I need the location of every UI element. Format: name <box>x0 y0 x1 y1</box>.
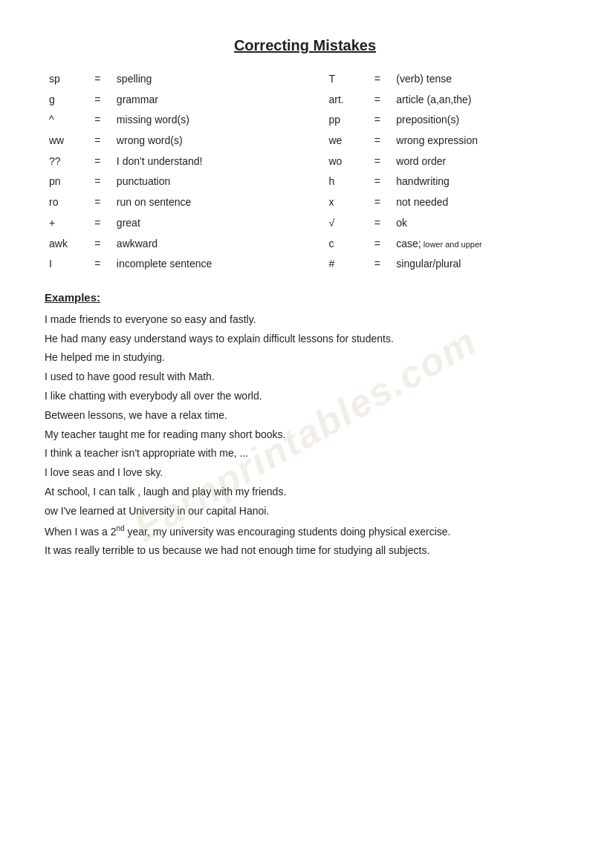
right-code: # <box>324 254 363 275</box>
right-code: h <box>324 172 363 192</box>
left-code: ^ <box>45 110 83 131</box>
left-eq: = <box>83 192 112 213</box>
right-code: art. <box>324 90 363 111</box>
left-def: spelling <box>112 69 286 90</box>
left-def: run on sentence <box>112 192 286 213</box>
left-eq: = <box>83 69 112 90</box>
spacer <box>286 69 325 90</box>
right-def: word order <box>392 151 565 172</box>
left-def: incomplete sentence <box>112 254 286 275</box>
spacer <box>286 192 325 213</box>
left-code: pn <box>45 172 83 192</box>
right-def: ok <box>392 213 565 234</box>
right-def: article (a,an,the) <box>392 90 565 111</box>
spacer <box>286 110 325 131</box>
right-code: T <box>324 69 363 90</box>
left-def: I don't understand! <box>112 151 286 172</box>
left-eq: = <box>83 110 112 131</box>
left-code: awk <box>45 234 83 255</box>
left-def: missing word(s) <box>112 110 286 131</box>
right-eq: = <box>363 254 392 275</box>
example-item: Between lessons, we have a relax time. <box>45 407 565 425</box>
example-item: At school, I can talk , laugh and play w… <box>45 483 565 501</box>
left-def: wrong word(s) <box>112 131 286 151</box>
example-item: My teacher taught me for reading many sh… <box>45 426 565 444</box>
spacer <box>286 131 325 151</box>
left-eq: = <box>83 131 112 151</box>
left-code: ?? <box>45 151 83 172</box>
right-eq: = <box>363 110 392 131</box>
right-eq: = <box>363 172 392 192</box>
page-title: Correcting Mistakes <box>45 37 565 54</box>
example-item: I love seas and I love sky. <box>45 464 565 482</box>
right-def: case; lower and upper <box>392 234 565 255</box>
right-eq: = <box>363 234 392 255</box>
left-code: I <box>45 254 83 275</box>
right-def: not needed <box>392 192 565 213</box>
right-code: wo <box>324 151 363 172</box>
example-item: ow I've learned at University in our cap… <box>45 503 565 521</box>
example-item: When I was a 2nd year, my university was… <box>45 522 565 541</box>
left-def: punctuation <box>112 172 286 192</box>
spacer <box>286 213 325 234</box>
right-eq: = <box>363 131 392 151</box>
example-item: I think a teacher isn't appropriate with… <box>45 445 565 463</box>
right-def: wrong expression <box>392 131 565 151</box>
examples-heading: Examples: <box>45 291 565 304</box>
right-eq: = <box>363 69 392 90</box>
spacer <box>286 90 325 111</box>
left-eq: = <box>83 172 112 192</box>
right-code: x <box>324 192 363 213</box>
left-eq: = <box>83 151 112 172</box>
right-def: handwriting <box>392 172 565 192</box>
right-code: √ <box>324 213 363 234</box>
examples-list: I made friends to everyone so easy and f… <box>45 311 565 560</box>
example-item: It was really terrible to us because we … <box>45 542 565 560</box>
left-eq: = <box>83 90 112 111</box>
spacer <box>286 151 325 172</box>
left-def: grammar <box>112 90 286 111</box>
right-def: preposition(s) <box>392 110 565 131</box>
example-item: He had many easy understand ways to expl… <box>45 330 565 348</box>
example-item: He helped me in studying. <box>45 349 565 367</box>
right-eq: = <box>363 192 392 213</box>
left-code: sp <box>45 69 83 90</box>
example-item: I like chatting with everybody all over … <box>45 388 565 405</box>
right-def: (verb) tense <box>392 69 565 90</box>
left-code: + <box>45 213 83 234</box>
left-code: ro <box>45 192 83 213</box>
right-code: we <box>324 131 363 151</box>
left-def: awkward <box>112 234 286 255</box>
right-eq: = <box>363 90 392 111</box>
example-item: I used to have good result with Math. <box>45 368 565 386</box>
left-code: g <box>45 90 83 111</box>
left-code: ww <box>45 131 83 151</box>
codes-table: sp=spellingT=(verb) tenseg=grammarart.=a… <box>45 69 565 275</box>
right-def: singular/plural <box>392 254 565 275</box>
spacer <box>286 254 325 275</box>
left-def: great <box>112 213 286 234</box>
spacer <box>286 172 325 192</box>
left-eq: = <box>83 254 112 275</box>
left-eq: = <box>83 234 112 255</box>
example-item: I made friends to everyone so easy and f… <box>45 311 565 329</box>
spacer <box>286 234 325 255</box>
right-code: c <box>324 234 363 255</box>
right-eq: = <box>363 213 392 234</box>
right-code: pp <box>324 110 363 131</box>
right-eq: = <box>363 151 392 172</box>
left-eq: = <box>83 213 112 234</box>
